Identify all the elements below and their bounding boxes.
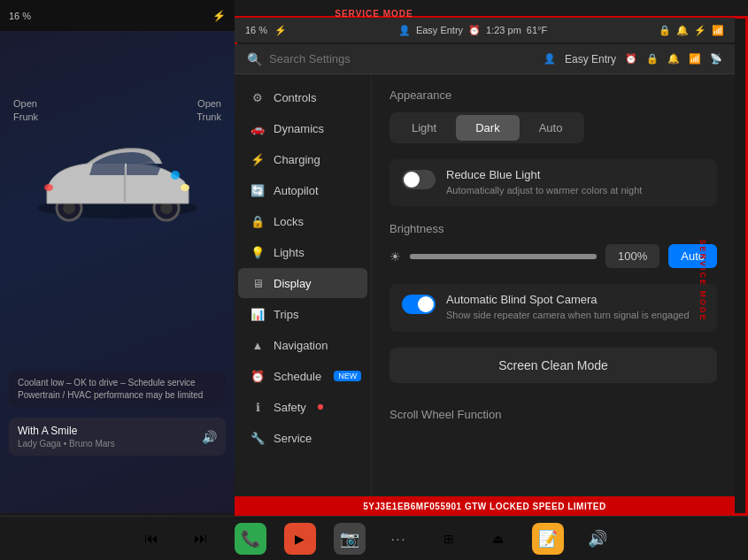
sidebar-item-navigation[interactable]: ▲ Navigation xyxy=(238,330,367,360)
dock-media[interactable]: ▶ xyxy=(284,523,316,555)
status-right: 🔒 🔔 ⚡ 📶 xyxy=(659,25,724,36)
dock-more[interactable]: ··· xyxy=(383,523,415,555)
sidebar-item-schedule[interactable]: ⏰ Schedule NEW xyxy=(238,361,367,391)
lights-icon: 💡 xyxy=(251,245,265,259)
sun-icon: ☀ xyxy=(389,249,401,264)
search-bar: 🔍 👤 Easy Entry ⏰ 🔒 🔔 📶 📡 xyxy=(235,44,735,74)
schedule-icon: ⏰ xyxy=(251,369,265,383)
lock-icon-search: 🔒 xyxy=(646,53,659,65)
sidebar-item-locks[interactable]: 🔒 Locks xyxy=(238,206,367,236)
search-right-icons: 👤 Easy Entry ⏰ 🔒 🔔 📶 📡 xyxy=(544,53,722,65)
bell-icon-search: 🔔 xyxy=(667,53,680,65)
content-area: Appearance Light Dark Auto Reduce Blue L… xyxy=(372,74,735,516)
display-icon: 🖥 xyxy=(251,276,265,290)
battery-pct: 16 % xyxy=(245,25,267,35)
lights-label: Lights xyxy=(274,246,305,259)
dock-next[interactable]: ⏭ xyxy=(185,523,217,555)
brightness-row: ☀ 100% Auto xyxy=(389,244,717,268)
music-bar: With A Smile Lady Gaga • Bruno Mars 🔊 xyxy=(9,418,226,456)
locks-icon: 🔒 xyxy=(251,214,265,228)
appearance-dark-btn[interactable]: Dark xyxy=(456,115,519,141)
status-bar: 16 % ⚡ 👤 Easy Entry ⏰ 1:23 pm 61°F 🔒 🔔 ⚡… xyxy=(235,18,735,42)
time-display: 1:23 pm xyxy=(486,25,521,35)
appearance-buttons: Light Dark Auto xyxy=(389,112,584,143)
service-mode-side-label: SERVICE MODE xyxy=(699,239,708,321)
appearance-auto-btn[interactable]: Auto xyxy=(520,115,582,141)
battery-percentage: 16 % xyxy=(9,11,31,21)
music-controls[interactable]: 🔊 xyxy=(202,430,217,444)
blind-spot-camera-text: Automatic Blind Spot Camera Show side re… xyxy=(446,293,705,322)
brightness-bar[interactable] xyxy=(410,254,597,259)
vin-bar: 5YJ3E1EB6MF055901 GTW LOCKED SPEED LIMIT… xyxy=(235,496,735,516)
locks-label: Locks xyxy=(274,215,304,228)
schedule-new-badge: NEW xyxy=(334,371,361,381)
appearance-title: Appearance xyxy=(389,88,717,102)
blind-spot-camera-toggle[interactable] xyxy=(402,295,436,314)
sidebar-item-lights[interactable]: 💡 Lights xyxy=(238,237,367,267)
blind-spot-camera-label: Automatic Blind Spot Camera xyxy=(446,293,705,306)
service-label: Service xyxy=(274,432,312,445)
sidebar-item-dynamics[interactable]: 🚗 Dynamics xyxy=(238,113,367,143)
svg-point-6 xyxy=(181,184,189,191)
charge-icon: ⚡ xyxy=(212,10,226,22)
bottom-dock: ⏮ ⏭ 📞 ▶ 📷 ··· ⊞ ⏏ 📝 🔊 xyxy=(0,516,748,560)
controls-icon: ⚙ xyxy=(251,90,265,104)
reduce-blue-light-toggle[interactable] xyxy=(402,170,436,189)
music-volume-icon[interactable]: 🔊 xyxy=(202,430,217,444)
lock-icon: 🔒 xyxy=(659,25,671,36)
sidebar-item-service[interactable]: 🔧 Service xyxy=(238,423,367,453)
dock-camera[interactable]: 📷 xyxy=(334,523,366,555)
screen-clean-mode-button[interactable]: Screen Clean Mode xyxy=(389,348,717,383)
main-layout: ⚙ Controls 🚗 Dynamics ⚡ Charging 🔄 Autop… xyxy=(235,74,735,516)
sidebar-item-controls[interactable]: ⚙ Controls xyxy=(238,82,367,112)
sidebar-item-safety[interactable]: ℹ Safety xyxy=(238,392,367,422)
sidebar-item-display[interactable]: 🖥 Display xyxy=(238,268,367,298)
dock-phone[interactable]: 📞 xyxy=(235,523,266,555)
status-left: 16 % ⚡ xyxy=(245,25,287,36)
car-panel: 16 % ⚡ Open Frunk Open Trunk xyxy=(0,0,235,513)
signal-icon: 📶 xyxy=(712,25,724,36)
display-label: Display xyxy=(274,277,312,290)
reduce-blue-light-row: Reduce Blue Light Automatically adjust t… xyxy=(389,159,717,206)
person-icon: 👤 xyxy=(398,25,411,36)
music-title: With A Smile xyxy=(18,425,115,437)
charging-icon: ⚡ xyxy=(251,152,265,166)
status-center: 👤 Easy Entry ⏰ 1:23 pm 61°F xyxy=(398,25,547,36)
sidebar: ⚙ Controls 🚗 Dynamics ⚡ Charging 🔄 Autop… xyxy=(235,74,372,516)
charge-bolt: ⚡ xyxy=(274,25,287,36)
trips-icon: 📊 xyxy=(251,307,265,321)
sidebar-item-autopilot[interactable]: 🔄 Autopilot xyxy=(238,175,367,205)
navigation-icon: ▲ xyxy=(251,338,265,352)
dock-apps[interactable]: ⊞ xyxy=(433,523,465,555)
alarm-icon: ⏰ xyxy=(625,53,637,65)
navigation-label: Navigation xyxy=(274,339,328,352)
car-svg xyxy=(20,142,215,230)
svg-point-8 xyxy=(171,171,180,180)
signal-icon-search: 📡 xyxy=(710,53,722,65)
sidebar-item-trips[interactable]: 📊 Trips xyxy=(238,299,367,329)
brightness-auto-button[interactable]: Auto xyxy=(668,244,717,268)
charging-label: Charging xyxy=(274,153,320,166)
music-info: With A Smile Lady Gaga • Bruno Mars xyxy=(18,425,115,449)
controls-label: Controls xyxy=(274,91,316,104)
brightness-value-button[interactable]: 100% xyxy=(605,244,659,268)
bluetooth-icon: ⚡ xyxy=(694,25,706,36)
search-icon: 🔍 xyxy=(247,52,262,66)
dock-garage[interactable]: ⏏ xyxy=(482,523,514,555)
dock-notes[interactable]: 📝 xyxy=(532,523,564,555)
dock-prev[interactable]: ⏮ xyxy=(135,523,167,555)
scroll-wheel-title: Scroll Wheel Function xyxy=(389,408,717,421)
schedule-label: Schedule xyxy=(274,370,321,383)
notification-bar: Coolant low – OK to drive – Schedule ser… xyxy=(9,372,226,407)
car-image xyxy=(18,88,217,283)
dynamics-icon: 🚗 xyxy=(251,121,265,135)
safety-icon: ℹ xyxy=(251,400,265,414)
dock-volume[interactable]: 🔊 xyxy=(582,523,613,555)
easy-entry-badge: Easy Entry xyxy=(565,53,616,65)
search-input[interactable] xyxy=(269,52,536,65)
brightness-fill xyxy=(410,254,597,259)
sidebar-item-charging[interactable]: ⚡ Charging xyxy=(238,144,367,174)
service-mode-top-label: SERVICE MODE xyxy=(335,9,413,19)
person-icon-search: 👤 xyxy=(544,53,556,65)
appearance-light-btn[interactable]: Light xyxy=(392,115,456,141)
